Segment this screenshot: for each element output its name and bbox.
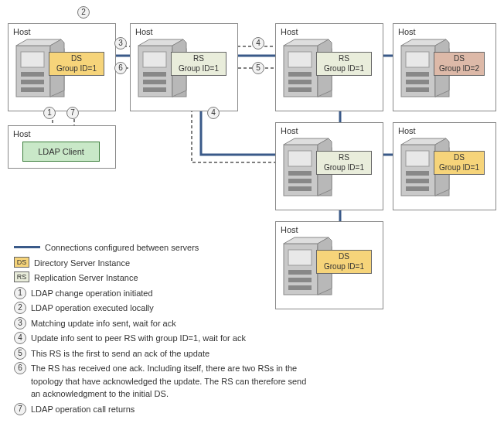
- legend-step-4: 4 Update info sent to peer RS with group…: [14, 332, 308, 345]
- host-label: Host: [398, 126, 491, 135]
- host-label: Host: [13, 129, 111, 138]
- step-marker-4b: 4: [207, 107, 220, 119]
- badge-dsg2: DS Group ID=2: [434, 52, 485, 76]
- legend-row-ds: DS Directory Server Instance: [14, 257, 308, 270]
- badge-rsa: RS Group ID=1: [171, 52, 226, 76]
- host-rsc: Host RS Group ID=1: [275, 122, 383, 210]
- ds-swatch-icon: DS: [14, 257, 29, 268]
- legend-step-1: 1 LDAP change operation initiated: [14, 287, 308, 300]
- step-marker-7: 7: [66, 107, 79, 119]
- host-label: Host: [135, 27, 233, 36]
- host-label: Host: [281, 126, 378, 135]
- host-label: Host: [281, 27, 378, 36]
- badge-rsb: RS Group ID=1: [316, 52, 372, 76]
- legend-step-7: 7 LDAP operation call returns: [14, 403, 308, 416]
- host-dsg2: Host DS Group ID=2: [393, 23, 496, 111]
- host-label: Host: [281, 225, 378, 234]
- legend-row-rs: RS Replication Server Instance: [14, 271, 308, 285]
- host-label: Host: [398, 27, 491, 36]
- host-rsa: Host RS Group ID=1: [130, 23, 238, 111]
- host-dsg1: Host DS Group ID=1: [393, 122, 496, 210]
- ldap-client: LDAP Client: [22, 142, 100, 162]
- host-ldap-client: Host LDAP Client: [8, 125, 116, 169]
- legend-step-6: 6 The RS has received one ack. Including…: [14, 362, 308, 401]
- step-marker-2: 2: [77, 6, 90, 19]
- line-icon: [14, 246, 40, 248]
- legend: Connections configured between servers D…: [14, 241, 308, 418]
- badge-dsg1: DS Group ID=1: [434, 151, 485, 175]
- step-marker-4a: 4: [252, 37, 264, 50]
- badge-ds1: DS Group ID=1: [49, 52, 104, 76]
- badge-rsc: RS Group ID=1: [316, 151, 372, 175]
- host-label: Host: [13, 27, 111, 36]
- badge-dsbot: DS Group ID=1: [316, 250, 372, 274]
- legend-row-conn: Connections configured between servers: [14, 241, 308, 254]
- host-ds1: Host DS Group ID=1: [8, 23, 116, 111]
- rs-swatch-icon: RS: [14, 271, 29, 282]
- legend-step-3: 3 Matching update info sent, wait for ac…: [14, 317, 308, 330]
- legend-step-5: 5 This RS is the first to send an ack of…: [14, 347, 308, 360]
- legend-step-2: 2 LDAP operation executed locally: [14, 302, 308, 315]
- step-marker-1: 1: [43, 107, 56, 119]
- step-marker-5: 5: [252, 62, 264, 74]
- host-rsb: Host RS Group ID=1: [275, 23, 383, 111]
- step-marker-3: 3: [114, 37, 127, 50]
- step-marker-6: 6: [114, 62, 127, 74]
